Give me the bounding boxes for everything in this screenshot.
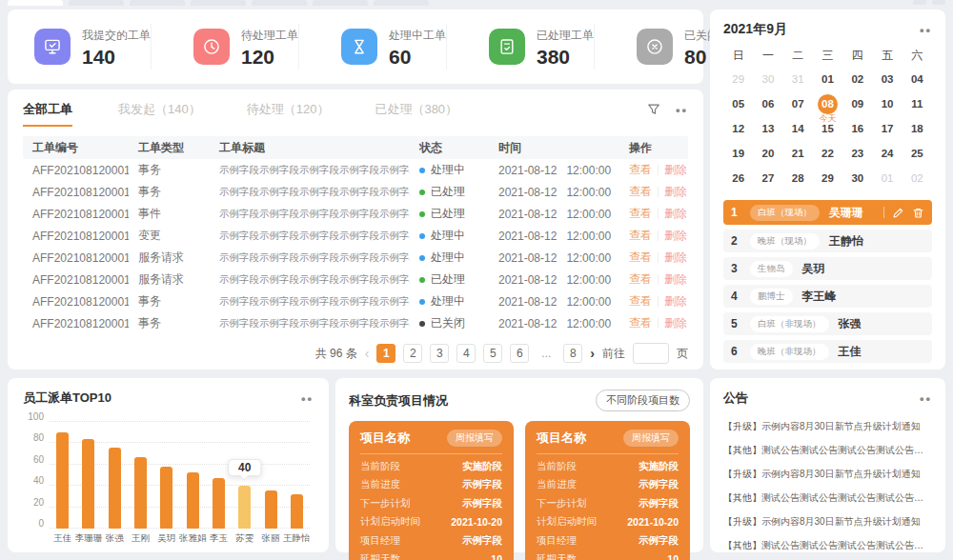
- delete-link[interactable]: 删除: [664, 206, 687, 222]
- bar-slot[interactable]: 王佳: [50, 420, 75, 529]
- calendar-day[interactable]: 02: [902, 166, 932, 190]
- calendar-day[interactable]: 30: [842, 166, 872, 190]
- calendar-day[interactable]: 07: [783, 91, 813, 116]
- more-icon[interactable]: ••: [920, 24, 932, 36]
- calendar-day[interactable]: 01: [813, 67, 842, 91]
- view-link[interactable]: 查看: [629, 184, 652, 200]
- view-link[interactable]: 查看: [629, 293, 652, 310]
- weekly-report-badge[interactable]: 周报填写: [447, 430, 502, 447]
- view-link[interactable]: 查看: [629, 206, 652, 222]
- calendar-day[interactable]: 24: [872, 141, 902, 166]
- calendar-day[interactable]: 10: [872, 91, 902, 116]
- shift-row[interactable]: 5 白班（非现场） 张强: [723, 312, 932, 335]
- calendar-day[interactable]: 29: [813, 166, 842, 190]
- calendar-day[interactable]: 08 今天: [813, 91, 842, 116]
- notice-item[interactable]: 【升级】 示例内容8月30日新节点升级计划通知: [723, 414, 932, 438]
- page-button[interactable]: 6: [510, 344, 529, 363]
- page-button[interactable]: 2: [403, 344, 422, 363]
- bar[interactable]: [213, 478, 225, 529]
- calendar-day[interactable]: 23: [842, 141, 872, 166]
- bar[interactable]: [187, 472, 199, 529]
- goto-page-input[interactable]: [633, 343, 669, 364]
- calendar-day[interactable]: 01: [872, 166, 902, 190]
- window-control[interactable]: [932, 0, 945, 5]
- browser-tab[interactable]: [191, 0, 246, 6]
- view-link[interactable]: 查看: [629, 228, 652, 244]
- weekly-report-badge[interactable]: 周报填写: [623, 430, 679, 447]
- calendar-day[interactable]: 26: [723, 166, 753, 190]
- calendar-day[interactable]: 05: [723, 91, 753, 116]
- bar-slot[interactable]: 张丽: [257, 420, 283, 529]
- bar[interactable]: [265, 490, 277, 529]
- prev-page-icon[interactable]: ‹: [365, 347, 370, 360]
- shift-row[interactable]: 4 鹏博士 李王峰: [723, 285, 932, 308]
- order-tab[interactable]: 待处理（120）: [247, 101, 330, 127]
- delete-link[interactable]: 删除: [664, 250, 687, 266]
- calendar-day[interactable]: 16: [842, 116, 872, 141]
- bar[interactable]: [291, 494, 303, 529]
- bar-slot[interactable]: 张强: [102, 420, 128, 529]
- calendar-day[interactable]: 22: [813, 141, 842, 166]
- calendar-day[interactable]: 14: [783, 116, 813, 141]
- delete-link[interactable]: 删除: [664, 293, 687, 310]
- browser-tab[interactable]: [130, 0, 185, 6]
- bar-slot[interactable]: 李珊珊: [75, 420, 101, 529]
- window-control[interactable]: [913, 0, 926, 5]
- browser-tab[interactable]: [374, 0, 429, 6]
- calendar-day[interactable]: 28: [783, 166, 813, 190]
- notice-item[interactable]: 【其他】 测试公告测试公告测试公告测试公告测试公告: [723, 486, 932, 510]
- notice-item[interactable]: 【其他】 测试公告测试公告测试公告测试公告测试公告: [723, 438, 932, 462]
- bar[interactable]: [109, 448, 121, 529]
- page-button[interactable]: ...: [537, 344, 556, 363]
- stat-card-pending[interactable]: 待处理工单 120: [151, 24, 298, 70]
- bar-slot[interactable]: 张雅娟: [179, 420, 205, 529]
- calendar-day[interactable]: 17: [872, 116, 902, 141]
- page-button[interactable]: 5: [483, 344, 502, 363]
- calendar-day[interactable]: 29: [723, 67, 753, 91]
- delete-icon[interactable]: [912, 207, 924, 219]
- calendar-day[interactable]: 11: [902, 91, 932, 116]
- browser-tab[interactable]: [69, 0, 124, 6]
- more-icon[interactable]: ••: [301, 392, 314, 405]
- next-page-icon[interactable]: ›: [590, 347, 595, 360]
- page-button[interactable]: 8: [563, 344, 582, 363]
- bar[interactable]: [134, 457, 147, 529]
- browser-tab[interactable]: [313, 0, 368, 6]
- edit-icon[interactable]: [892, 207, 904, 219]
- browser-tab[interactable]: [252, 0, 307, 6]
- stat-card-done[interactable]: 已处理工单 380: [446, 24, 594, 70]
- page-button[interactable]: 4: [456, 344, 476, 363]
- bar-slot[interactable]: 吴玥: [153, 420, 179, 529]
- notice-item[interactable]: 【升级】 示例内容8月30日新节点升级计划通知: [723, 510, 932, 533]
- view-link[interactable]: 查看: [629, 315, 652, 331]
- calendar-day[interactable]: 19: [723, 141, 753, 166]
- delete-link[interactable]: 删除: [664, 315, 687, 331]
- calendar-day[interactable]: 04: [902, 67, 932, 91]
- delete-link[interactable]: 删除: [664, 184, 687, 200]
- view-link[interactable]: 查看: [629, 271, 652, 288]
- bar[interactable]: [82, 439, 94, 529]
- shift-row[interactable]: 6 晚班（非现场） 王佳: [723, 340, 932, 363]
- order-tab[interactable]: 已处理（380）: [375, 101, 457, 127]
- bar-slot[interactable]: 王静怡: [284, 420, 310, 529]
- calendar-day[interactable]: 30: [753, 67, 782, 91]
- notice-item[interactable]: 【其他】 测试公告测试公告测试公告测试公告测试公告: [723, 533, 932, 557]
- calendar-day[interactable]: 31: [783, 67, 813, 91]
- calendar-day[interactable]: 02: [842, 67, 872, 91]
- view-link[interactable]: 查看: [629, 162, 652, 178]
- shift-row[interactable]: 1 白班（现场） 吴珊珊: [723, 200, 932, 225]
- page-button[interactable]: 3: [430, 344, 449, 363]
- calendar-day[interactable]: 25: [902, 141, 932, 166]
- notice-item[interactable]: 【升级】 示例内容8月30日新节点升级计划通知: [723, 462, 932, 486]
- calendar-day[interactable]: 06: [753, 91, 782, 116]
- calendar-day[interactable]: 20: [753, 141, 782, 166]
- browser-tab[interactable]: [8, 0, 63, 6]
- calendar-day[interactable]: 12: [723, 116, 753, 141]
- delete-link[interactable]: 删除: [664, 228, 687, 244]
- stage-count-button[interactable]: 不同阶段项目数: [596, 390, 690, 411]
- stat-card-submitted[interactable]: 我提交的工单 140: [8, 24, 151, 70]
- shift-row[interactable]: 3 生物岛 吴玥: [723, 257, 932, 280]
- calendar-day[interactable]: 21: [783, 141, 813, 166]
- bar-slot[interactable]: 王刚: [128, 420, 153, 529]
- shift-row[interactable]: 2 晚班（现场） 王静怡: [723, 230, 932, 252]
